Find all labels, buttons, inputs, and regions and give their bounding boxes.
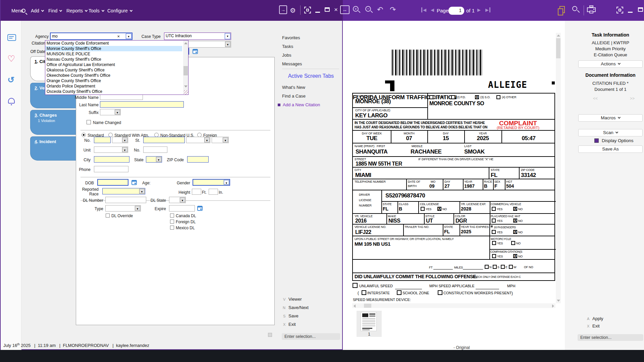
save-as-button[interactable]: Save As — [578, 145, 643, 153]
street-type-select[interactable] — [186, 137, 210, 143]
zoom-out-icon[interactable]: − — [365, 6, 371, 12]
resize-grip[interactable] — [268, 333, 272, 337]
phone-input[interactable] — [94, 166, 128, 172]
enter-selection-input[interactable]: Enter selection... — [282, 333, 340, 340]
list-scrollbar[interactable] — [183, 41, 188, 95]
sidebar-item-favorites[interactable]: Favorites — [282, 35, 300, 40]
horizontal-scrollbar[interactable] — [352, 303, 555, 308]
calendar-icon[interactable] — [197, 206, 203, 211]
sidebar-item-find-a-case[interactable]: Find a Case — [282, 94, 306, 99]
state-select[interactable] — [146, 156, 162, 163]
dropdown-button[interactable] — [122, 137, 127, 142]
dropdown-button[interactable] — [223, 137, 228, 142]
height-ft-input[interactable] — [192, 189, 201, 195]
sidebar-item-add-new-citation[interactable]: Add a New Citation — [283, 102, 320, 107]
search-icon[interactable] — [21, 9, 25, 13]
actions-button[interactable]: Actions — [578, 60, 643, 68]
menu-configure[interactable]: Configure — [107, 8, 132, 13]
enter-selection-input[interactable]: Enter selection... — [578, 334, 643, 341]
scrollbar-thumb[interactable] — [364, 304, 371, 308]
exit-action[interactable]: Exit — [592, 323, 600, 328]
zip-input[interactable] — [187, 156, 209, 163]
unit-select[interactable] — [94, 146, 128, 153]
list-item[interactable]: Okaloosa County Sheriff's Office — [45, 67, 182, 73]
agency-input[interactable]: mo× — [50, 33, 132, 40]
menu-add[interactable]: Add — [31, 8, 44, 13]
apply-action[interactable]: Apply — [592, 316, 603, 321]
dl-type-select[interactable] — [105, 205, 141, 212]
first-page-icon[interactable]: ◀ — [421, 7, 426, 12]
dropdown-button[interactable] — [122, 147, 127, 152]
sidebar-item-tasks[interactable]: Tasks — [282, 44, 293, 49]
gear-icon[interactable]: ⚙ — [290, 6, 296, 14]
case-type-select[interactable]: UTC Infraction — [164, 33, 231, 40]
hotkey-save[interactable]: Save — [288, 313, 299, 318]
street-name-input[interactable] — [143, 137, 185, 143]
last-name-input[interactable] — [100, 101, 184, 108]
secondary-dropdown-button[interactable] — [225, 42, 230, 47]
vertical-scrollbar[interactable] — [556, 33, 561, 303]
fullscreen-icon[interactable] — [616, 7, 623, 13]
dl-state-select[interactable] — [169, 197, 186, 203]
name-changed-checkbox[interactable] — [87, 120, 91, 124]
hotkey-exit[interactable]: Exit — [288, 322, 296, 327]
clear-icon[interactable]: × — [117, 34, 120, 39]
scrollbar-thumb[interactable] — [183, 66, 188, 75]
scroll-up-icon[interactable] — [557, 35, 560, 37]
scan-button[interactable]: Scan — [578, 129, 643, 136]
rotate-left-icon[interactable]: ↶ — [377, 5, 383, 14]
search-document-icon[interactable] — [572, 6, 577, 11]
list-item[interactable]: Okeechobee County Sheriff's Office — [45, 73, 182, 78]
street-dir-select[interactable] — [112, 137, 128, 143]
page-thumbnail[interactable]: 1 — [357, 311, 382, 337]
favorites-heart-icon[interactable]: ♡ — [7, 54, 15, 64]
scroll-right-icon[interactable] — [552, 304, 554, 308]
comments-icon[interactable] — [7, 34, 16, 41]
hotkey-viewer[interactable]: Viewer — [288, 297, 302, 302]
reported-race-select[interactable] — [102, 188, 145, 194]
prev-page-icon[interactable]: ◀ — [431, 7, 434, 12]
next-page-icon[interactable]: ▶ — [477, 7, 481, 12]
list-item-selected[interactable]: Monroe County Sheriff's Office — [45, 46, 182, 51]
suffix-dropdown-button[interactable] — [115, 110, 120, 115]
minimize-button[interactable] — [628, 12, 633, 13]
height-in-input[interactable] — [209, 189, 218, 195]
dl-override-checkbox[interactable] — [106, 214, 110, 218]
sidebar-item-messages[interactable]: Messages — [282, 61, 302, 66]
list-item[interactable]: Orange County Sheriff's Office — [45, 78, 182, 83]
list-item[interactable]: Office of Agricultural Law Enforcement — [45, 62, 182, 67]
restore-button[interactable] — [325, 7, 330, 12]
display-options-checkbox[interactable] — [594, 138, 599, 143]
rotate-right-icon[interactable]: ↷ — [390, 5, 396, 14]
foreign-dl-checkbox[interactable] — [170, 220, 174, 224]
copy-pages-icon[interactable] — [559, 6, 565, 13]
sign-out-icon[interactable]: → — [279, 5, 287, 14]
dropdown-button[interactable] — [180, 197, 185, 202]
canada-dl-checkbox[interactable] — [170, 214, 174, 218]
scroll-left-icon[interactable] — [354, 304, 356, 308]
fit-width-icon[interactable]: ↔ — [340, 5, 350, 14]
list-item[interactable]: Osceola County Sheriff's Office — [45, 89, 182, 94]
scroll-down-icon[interactable] — [557, 300, 560, 302]
case-type-dropdown-button[interactable] — [225, 33, 230, 39]
notifications-bell-icon[interactable] — [8, 98, 15, 104]
standard-radio[interactable] — [82, 133, 86, 137]
expire-input[interactable] — [169, 205, 195, 212]
zoom-in-icon[interactable]: + — [353, 6, 359, 12]
street-no-input[interactable] — [94, 137, 111, 143]
dropdown-button[interactable] — [135, 206, 140, 211]
dropdown-button[interactable] — [156, 157, 161, 162]
mexico-dl-checkbox[interactable] — [170, 226, 174, 230]
scroll-down-icon[interactable] — [184, 85, 187, 87]
dl-number-input[interactable] — [105, 197, 146, 203]
close-button[interactable]: × — [334, 6, 338, 13]
prev-document-button[interactable]: << — [593, 96, 598, 101]
minimize-button[interactable] — [315, 12, 320, 13]
suffix-select[interactable] — [100, 109, 121, 115]
scroll-up-icon[interactable] — [184, 42, 187, 44]
history-icon[interactable]: ↺ — [7, 75, 14, 85]
menu-find[interactable]: Find — [48, 8, 62, 13]
city-input[interactable] — [94, 156, 129, 163]
menu-tools[interactable]: Tools — [89, 8, 104, 13]
sidebar-item-whats-new[interactable]: What's New — [282, 85, 305, 90]
